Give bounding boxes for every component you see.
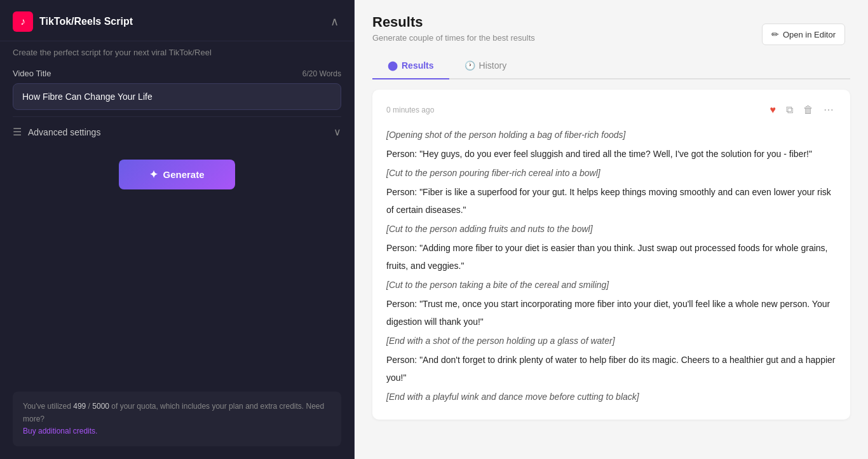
panel-header-left: ♪ TikTok/Reels Script bbox=[13, 11, 133, 32]
results-tab-label: Results bbox=[402, 60, 434, 71]
results-header: Results Generate couple of times for the… bbox=[355, 0, 868, 79]
tab-history[interactable]: 🕐 History bbox=[449, 53, 522, 79]
quota-used: 499 bbox=[73, 402, 86, 411]
collapse-icon: ∧ bbox=[330, 15, 339, 28]
video-title-input[interactable] bbox=[13, 83, 341, 110]
result-card-header: 0 minutes ago ♥ ⧉ 🗑 ⋯ bbox=[386, 102, 836, 117]
panel-subtitle: Create the perfect script for your next … bbox=[0, 41, 354, 66]
generate-button[interactable]: ✦ Generate bbox=[119, 160, 234, 189]
panel-header: ♪ TikTok/Reels Script ∧ bbox=[0, 0, 354, 41]
script-line: [Cut to the person adding fruits and nut… bbox=[386, 220, 836, 238]
script-line: Person: "Trust me, once you start incorp… bbox=[386, 295, 836, 331]
copy-button[interactable]: ⧉ bbox=[783, 103, 796, 117]
pencil-icon: ✏ bbox=[771, 29, 779, 39]
left-panel: ♪ TikTok/Reels Script ∧ Create the perfe… bbox=[0, 0, 355, 459]
script-line: [Cut to the person taking a bite of the … bbox=[386, 276, 836, 294]
hamburger-icon: ☰ bbox=[13, 126, 22, 138]
generate-label: Generate bbox=[163, 169, 204, 180]
script-line: Person: "Hey guys, do you ever feel slug… bbox=[386, 145, 836, 163]
delete-button[interactable]: 🗑 bbox=[801, 103, 816, 117]
open-in-editor-label: Open in Editor bbox=[783, 30, 836, 39]
time-ago: 0 minutes ago bbox=[386, 106, 434, 114]
word-count: 6/20 Words bbox=[302, 69, 341, 78]
script-line: [Cut to the person pouring fiber-rich ce… bbox=[386, 164, 836, 182]
history-tab-icon: 🕐 bbox=[465, 60, 475, 71]
collapse-button[interactable]: ∧ bbox=[328, 12, 341, 31]
panel-body: Video Title 6/20 Words ☰ Advanced settin… bbox=[0, 66, 354, 459]
advanced-settings-label: Advanced settings bbox=[28, 127, 100, 137]
sparkle-icon: ✦ bbox=[149, 168, 158, 181]
tiktok-icon: ♪ bbox=[13, 11, 33, 32]
script-line: [Opening shot of the person holding a ba… bbox=[386, 126, 836, 144]
history-tab-label: History bbox=[479, 60, 507, 71]
buy-credits-link[interactable]: Buy additional credits. bbox=[23, 427, 97, 435]
advanced-settings-toggle[interactable]: ☰ Advanced settings ∨ bbox=[13, 116, 341, 147]
tabs-bar: ⬤ Results 🕐 History bbox=[372, 53, 850, 79]
result-card: 0 minutes ago ♥ ⧉ 🗑 ⋯ [Opening shot of t… bbox=[372, 90, 850, 420]
field-label-row: Video Title 6/20 Words bbox=[13, 69, 341, 78]
results-tab-icon: ⬤ bbox=[388, 60, 398, 71]
script-line: [End with a playful wink and dance move … bbox=[386, 388, 836, 406]
more-options-button[interactable]: ⋯ bbox=[821, 102, 836, 117]
quota-info: You've utilized 499 / 5000 of your quota… bbox=[13, 392, 341, 446]
open-in-editor-button[interactable]: ✏ Open in Editor bbox=[762, 24, 845, 45]
results-content: 0 minutes ago ♥ ⧉ 🗑 ⋯ [Opening shot of t… bbox=[355, 79, 868, 459]
generate-btn-wrapper: ✦ Generate bbox=[13, 147, 341, 196]
script-line: Person: "Adding more fiber to your diet … bbox=[386, 239, 836, 275]
script-line: [End with a shot of the person holding u… bbox=[386, 332, 836, 350]
script-content: [Opening shot of the person holding a ba… bbox=[386, 126, 836, 406]
video-title-label: Video Title bbox=[13, 69, 51, 78]
tab-results[interactable]: ⬤ Results bbox=[372, 53, 449, 79]
script-line: Person: "And don't forget to drink plent… bbox=[386, 351, 836, 387]
script-line: Person: "Fiber is like a superfood for y… bbox=[386, 183, 836, 219]
heart-button[interactable]: ♥ bbox=[768, 103, 779, 117]
quota-total: 5000 bbox=[92, 402, 109, 411]
chevron-down-icon: ∨ bbox=[334, 126, 341, 138]
panel-title: TikTok/Reels Script bbox=[39, 16, 133, 27]
right-panel: Results Generate couple of times for the… bbox=[355, 0, 868, 459]
card-actions: ♥ ⧉ 🗑 ⋯ bbox=[768, 102, 837, 117]
